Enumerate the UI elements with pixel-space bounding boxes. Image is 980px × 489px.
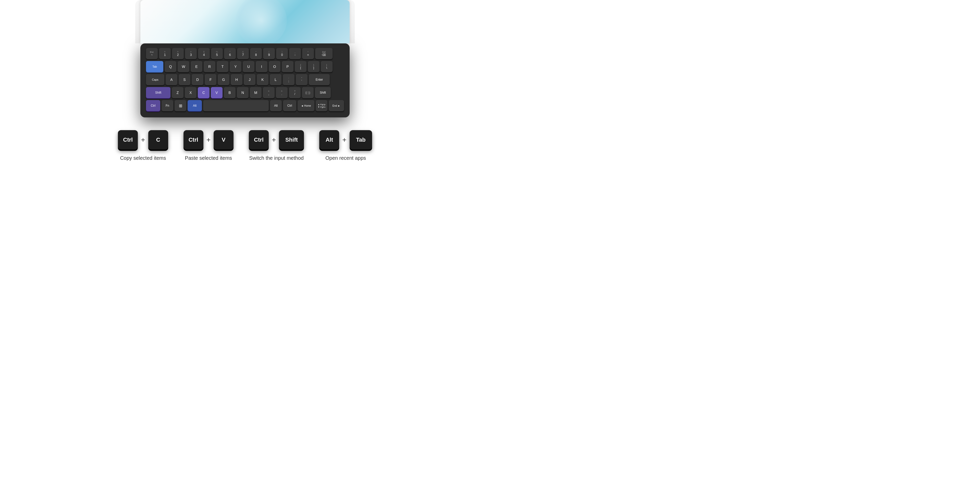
key-fn[interactable]: Fn — [162, 100, 173, 111]
key-c[interactable]: C — [198, 87, 210, 98]
label-copy: Copy selected items — [120, 155, 166, 161]
key-home[interactable]: ◄ Home — [298, 100, 314, 111]
key-tab[interactable]: Tab — [146, 61, 163, 72]
key-minus[interactable]: _- — [289, 48, 301, 59]
tablet-screen — [140, 0, 350, 43]
key-bracketl[interactable]: {[ — [295, 61, 307, 72]
key-enter[interactable]: Enter — [309, 74, 330, 85]
key-k[interactable]: K — [257, 74, 269, 85]
key-i[interactable]: I — [256, 61, 267, 72]
key-equals[interactable]: += — [302, 48, 314, 59]
key-ctrl-paste[interactable]: Ctrl — [183, 130, 204, 150]
shortcut-recent-apps: Alt + Tab Open recent apps — [319, 130, 372, 161]
key-r[interactable]: R — [204, 61, 215, 72]
key-4[interactable]: $4 — [198, 48, 210, 59]
key-alt-r[interactable]: Alt — [270, 100, 282, 111]
key-e[interactable]: E — [191, 61, 202, 72]
key-shift-switch[interactable]: Shift — [279, 130, 304, 150]
shortcuts-section: Ctrl + C Copy selected items Ctrl + V Pa… — [103, 130, 387, 161]
shortcut-paste: Ctrl + V Paste selected items — [183, 130, 234, 161]
key-space[interactable] — [203, 100, 269, 111]
label-paste: Paste selected items — [185, 155, 232, 161]
main-container: Esc ~ ✳1 ✳2 #3 $4 — [0, 0, 490, 161]
key-shift-l[interactable]: Shift — [146, 87, 170, 98]
key-p[interactable]: P — [282, 61, 293, 72]
key-del[interactable]: Del⌫ — [315, 48, 332, 59]
key-comma[interactable]: <, — [263, 87, 275, 98]
keyboard: Esc ~ ✳1 ✳2 #3 $4 — [140, 43, 350, 118]
key-backslash[interactable]: |\ — [321, 61, 332, 72]
key-alt-recent[interactable]: Alt — [319, 130, 339, 150]
row-asdf: Caps A S D F G H J K L :; "' Ent — [146, 74, 344, 85]
key-ctrl-copy[interactable]: Ctrl — [118, 130, 138, 150]
key-y[interactable]: Y — [230, 61, 242, 72]
key-j[interactable]: J — [244, 74, 256, 85]
key-shift-r[interactable]: Shift — [315, 87, 331, 98]
key-s[interactable]: S — [179, 74, 190, 85]
shortcut-recent-keys: Alt + Tab — [319, 130, 372, 150]
key-g[interactable]: G — [218, 74, 229, 85]
key-a[interactable]: A — [165, 74, 177, 85]
key-tab-recent[interactable]: Tab — [350, 130, 372, 150]
key-slash[interactable]: ?/ — [289, 87, 301, 98]
shortcut-copy-keys: Ctrl + C — [118, 130, 168, 150]
key-ctrl-l[interactable]: Ctrl — [146, 100, 160, 111]
key-6[interactable]: ^6 — [224, 48, 236, 59]
key-o[interactable]: O — [269, 61, 280, 72]
key-quote[interactable]: "' — [296, 74, 307, 85]
key-x[interactable]: X — [185, 87, 197, 98]
key-8[interactable]: *8 — [250, 48, 262, 59]
key-h[interactable]: H — [231, 74, 242, 85]
shortcut-paste-keys: Ctrl + V — [183, 130, 234, 150]
key-z[interactable]: Z — [172, 87, 183, 98]
key-0[interactable]: )0 — [276, 48, 288, 59]
key-7[interactable]: &7 — [237, 48, 249, 59]
key-fn-circle[interactable]: ((·)) — [302, 87, 313, 98]
key-win[interactable]: ⊞ — [175, 100, 186, 111]
key-ctrl-r[interactable]: Ctrl — [283, 100, 296, 111]
key-2[interactable]: ✳2 — [172, 48, 184, 59]
key-semi[interactable]: :; — [283, 74, 294, 85]
key-d[interactable]: D — [192, 74, 204, 85]
shortcut-copy: Ctrl + C Copy selected items — [118, 130, 168, 161]
key-1[interactable]: ✳1 — [159, 48, 171, 59]
shortcut-switch-keys: Ctrl + Shift — [249, 130, 304, 150]
key-b[interactable]: B — [224, 87, 235, 98]
key-caps[interactable]: Caps — [146, 74, 164, 85]
row-zxcv: Shift Z X C V B N M <, >. ?/ — [146, 87, 344, 98]
label-recent-apps: Open recent apps — [325, 155, 366, 161]
key-pgupdn[interactable]: ▲ PgUp▼ PgDn — [316, 100, 328, 111]
row-numbers: Esc ~ ✳1 ✳2 #3 $4 — [146, 48, 344, 59]
key-end[interactable]: End ► — [329, 100, 344, 111]
key-5[interactable]: %5 — [211, 48, 223, 59]
tablet-area — [0, 0, 490, 43]
key-t[interactable]: T — [217, 61, 228, 72]
plus-switch: + — [272, 136, 276, 144]
key-v[interactable]: V — [211, 87, 223, 98]
key-esc[interactable]: Esc ~ — [146, 48, 158, 59]
key-m[interactable]: M — [250, 87, 262, 98]
row-qwerty: Tab Q W E R T Y U I O P {[ }] — [146, 61, 344, 72]
key-u[interactable]: U — [243, 61, 255, 72]
plus-copy: + — [141, 136, 145, 144]
plus-paste: + — [207, 136, 210, 144]
key-alt-l[interactable]: Alt — [188, 100, 202, 111]
label-switch-input: Switch the input method — [249, 155, 304, 161]
keyboard-wrapper: Esc ~ ✳1 ✳2 #3 $4 — [140, 43, 350, 118]
row-bottom: Ctrl Fn ⊞ Alt Alt Ctrl ◄ Home ▲ PgUp▼ Pg… — [146, 100, 344, 111]
key-9[interactable]: (9 — [263, 48, 275, 59]
key-f[interactable]: F — [205, 74, 216, 85]
plus-recent: + — [342, 136, 346, 144]
key-ctrl-switch[interactable]: Ctrl — [249, 130, 269, 150]
keyboard-rows: Esc ~ ✳1 ✳2 #3 $4 — [146, 48, 344, 111]
key-period[interactable]: >. — [276, 87, 288, 98]
key-q[interactable]: Q — [165, 61, 177, 72]
key-l[interactable]: L — [270, 74, 282, 85]
key-bracketr[interactable]: }] — [308, 61, 320, 72]
key-3[interactable]: #3 — [185, 48, 197, 59]
key-v-paste[interactable]: V — [213, 130, 234, 150]
shortcut-switch-input: Ctrl + Shift Switch the input method — [249, 130, 304, 161]
key-n[interactable]: N — [237, 87, 248, 98]
key-c-copy[interactable]: C — [148, 130, 168, 150]
key-w[interactable]: W — [178, 61, 189, 72]
